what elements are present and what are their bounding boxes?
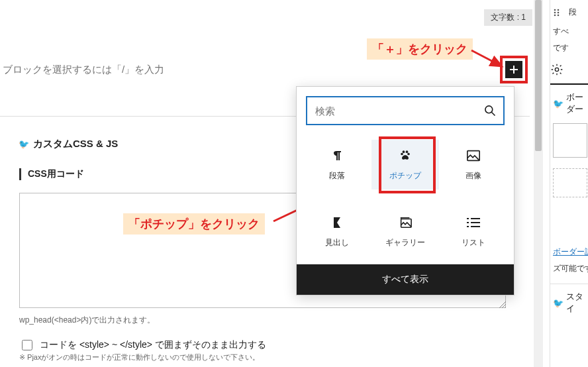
inserter-show-all[interactable]: すべて表示 xyxy=(297,264,514,295)
sidebar-border-link[interactable]: ボーダー設 xyxy=(553,247,588,256)
editor-main: 文字数 : 1 ブロックを選択するには「/」を入力 「＋」をクリック 🐦 カスタ… xyxy=(0,0,550,367)
block-item-heading[interactable]: 見出し xyxy=(303,207,371,256)
block-inserter-panel: 段落 ポチップ 画像 見出し ギャラリー xyxy=(296,86,514,295)
swan-icon: 🐦 xyxy=(553,99,564,109)
gear-icon xyxy=(550,63,564,76)
svg-point-7 xyxy=(485,106,493,113)
block-item-list[interactable]: リスト xyxy=(439,207,507,256)
svg-point-25 xyxy=(558,11,560,13)
block-label: 見出し xyxy=(325,237,349,248)
block-label: ギャラリー xyxy=(385,237,425,248)
image-icon xyxy=(466,148,481,164)
swan-icon: 🐦 xyxy=(553,298,564,308)
settings-sidebar: 段 すべ です 🐦 ボーダー ボーダー設 ズ可能です 🐦 スタイ xyxy=(550,0,588,367)
block-item-gallery[interactable]: ギャラリー xyxy=(371,207,440,256)
svg-point-26 xyxy=(558,14,560,16)
annotation-plus: 「＋」をクリック xyxy=(367,38,473,60)
gallery-icon xyxy=(398,215,413,231)
raw-output-checkbox-row[interactable]: コードを <style> ~ </style> で囲まずそのまま出力する xyxy=(19,338,266,352)
list-icon xyxy=(467,215,480,231)
textarea-resize-grip[interactable] xyxy=(499,301,506,308)
block-inserter-toggle[interactable] xyxy=(505,61,522,78)
swan-icon: 🐦 xyxy=(19,139,29,149)
svg-point-21 xyxy=(554,9,556,11)
sidebar-dashed-box[interactable] xyxy=(553,168,587,197)
block-item-pochipp[interactable]: ポチップ xyxy=(371,140,440,189)
block-placeholder[interactable]: ブロックを選択するには「/」を入力 xyxy=(3,64,164,76)
gear-button[interactable] xyxy=(550,56,588,83)
sidebar-frag: 段 xyxy=(566,4,577,21)
svg-line-8 xyxy=(492,113,495,116)
css-hint-text: wp_head(<head>内)で出力されます。 xyxy=(19,315,155,326)
scrollbar-thumb[interactable] xyxy=(535,0,542,151)
char-count-badge: 文字数 : 1 xyxy=(484,9,532,26)
sidebar-color-swatch[interactable] xyxy=(553,123,587,158)
paragraph-icon xyxy=(330,148,344,164)
svg-point-12 xyxy=(406,150,409,153)
block-label: 画像 xyxy=(466,170,481,182)
sidebar-border-label: ボーダー xyxy=(566,91,588,115)
block-item-paragraph[interactable]: 段落 xyxy=(303,140,371,189)
sidebar-frag: ズ可能です xyxy=(550,260,588,277)
svg-point-11 xyxy=(403,150,405,153)
block-label: ポチップ xyxy=(389,170,421,182)
plus-icon xyxy=(509,64,519,75)
paw-icon xyxy=(399,148,412,164)
drag-handle-icon xyxy=(553,8,562,17)
sidebar-style-label: スタイ xyxy=(566,291,588,315)
sidebar-style-section[interactable]: 🐦 スタイ xyxy=(550,284,588,319)
main-scrollbar[interactable] xyxy=(534,0,543,367)
block-label: 段落 xyxy=(329,170,345,182)
block-label: リスト xyxy=(462,237,485,248)
block-item-image[interactable]: 画像 xyxy=(439,140,507,189)
sidebar-frag: すべ xyxy=(550,21,588,40)
raw-output-checkbox-label: コードを <style> ~ </style> で囲まずそのまま出力する xyxy=(40,339,266,351)
annotation-pochipp: 「ポチップ」をクリック xyxy=(123,213,265,235)
svg-point-9 xyxy=(401,153,403,156)
svg-point-27 xyxy=(555,68,558,71)
raw-output-checkbox[interactable] xyxy=(22,340,32,350)
sidebar-border-section[interactable]: 🐦 ボーダー xyxy=(550,85,588,119)
svg-point-22 xyxy=(554,11,556,13)
inserter-search-input[interactable] xyxy=(314,105,483,117)
svg-point-10 xyxy=(407,153,410,156)
heading-icon xyxy=(332,215,342,231)
svg-line-5 xyxy=(505,307,506,308)
svg-point-24 xyxy=(558,9,560,11)
inserter-search-field[interactable] xyxy=(306,96,505,125)
raw-output-note: ※ Pjaxがオンの時はコードが正常に動作しないので使用しないで下さい。 xyxy=(19,352,260,362)
plus-highlight xyxy=(500,56,528,83)
search-icon xyxy=(483,104,497,117)
custom-css-section-title: 🐦 カスタムCSS & JS xyxy=(19,138,118,150)
css-code-label: CSS用コード xyxy=(19,168,84,180)
section-title-text: カスタムCSS & JS xyxy=(33,138,118,150)
svg-point-23 xyxy=(554,14,556,16)
sidebar-frag: です xyxy=(550,40,588,56)
svg-line-0 xyxy=(471,50,502,66)
